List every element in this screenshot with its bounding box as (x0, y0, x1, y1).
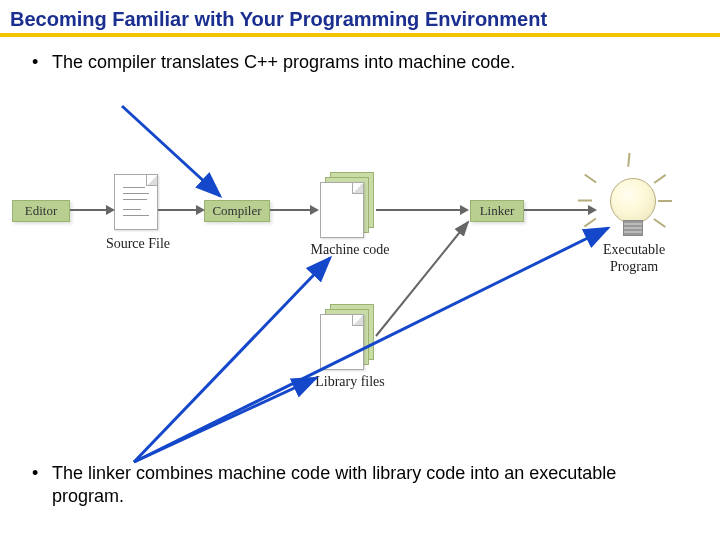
slide-title: Becoming Familiar with Your Programming … (0, 0, 720, 33)
svg-line-0 (376, 222, 468, 336)
bullet-bottom: The linker combines machine code with li… (0, 448, 720, 511)
bullet-top: The compiler translates C++ programs int… (0, 37, 720, 78)
arrow-library-to-linker (0, 150, 720, 450)
arrow-linker-to-exe (524, 209, 590, 211)
arrowhead-6 (588, 205, 597, 215)
compilation-diagram: Editor Source File Compiler Machine code… (0, 150, 720, 450)
